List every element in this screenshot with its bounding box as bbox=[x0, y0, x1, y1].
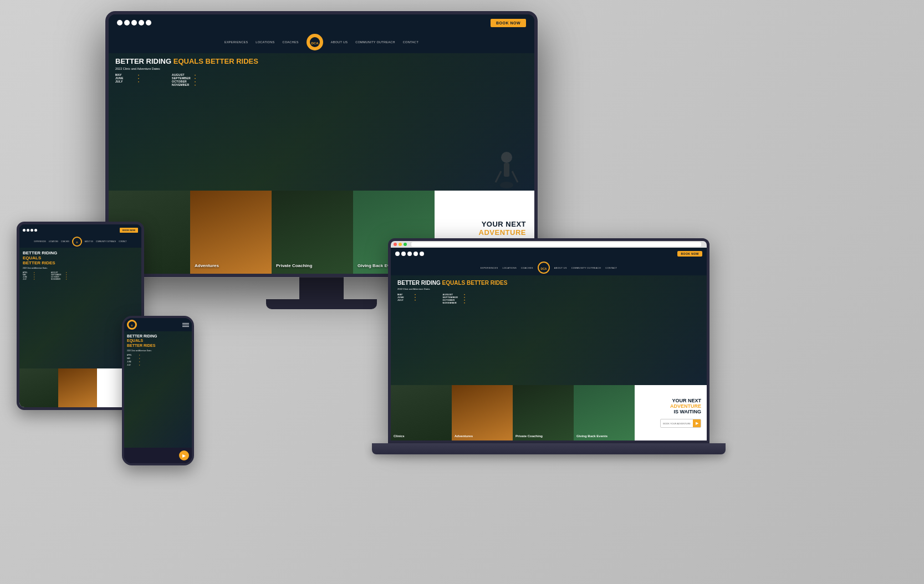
phone-bottom-bar: ▶ bbox=[124, 448, 192, 463]
tablet-card-clinics[interactable] bbox=[19, 368, 58, 407]
tablet-fb-icon[interactable] bbox=[23, 229, 25, 232]
tablet-nav-exp[interactable]: EXPERIENCES bbox=[34, 240, 46, 243]
laptop-date-grid: MAY ▾ JUNE ▾ JULY ▾ bbox=[397, 293, 486, 304]
laptop-close-btn[interactable] bbox=[394, 243, 397, 246]
aug-chevron[interactable]: ▾ bbox=[195, 74, 196, 76]
laptop-maximize-btn[interactable] bbox=[404, 243, 407, 246]
phone-device: D BETTER RIDING EQUALS BETTER RIDES bbox=[122, 316, 194, 465]
june-chevron[interactable]: ▾ bbox=[138, 77, 139, 80]
laptop-twitter-icon[interactable] bbox=[401, 252, 406, 256]
laptop-instagram-icon[interactable] bbox=[407, 252, 412, 256]
laptop-card-adventures[interactable]: Adventures bbox=[452, 385, 513, 440]
nav-coaches[interactable]: COACHES bbox=[282, 40, 298, 44]
laptop-hero-part1: BETTER RIDING bbox=[397, 280, 442, 286]
phone-cta-btn[interactable]: ▶ bbox=[179, 450, 189, 460]
laptop-book-now-button[interactable]: BOOK NOW bbox=[677, 251, 702, 257]
laptop-email-icon[interactable] bbox=[420, 252, 424, 256]
nav-locations[interactable]: LOCATIONS bbox=[256, 40, 274, 44]
laptop-book-adventure-btn[interactable]: ▶ bbox=[693, 419, 701, 427]
monitor-stand bbox=[266, 299, 377, 309]
laptop-book-adventure-label[interactable]: BOOK YOUR ADVENTURE bbox=[661, 421, 693, 426]
tablet-title-p1: BETTER RIDING bbox=[23, 250, 57, 255]
phone-hero-title: BETTER RIDING EQUALS BETTER RIDES bbox=[127, 334, 189, 348]
laptop-device: BOOK NOW EXPERIENCES LOCATIONS COACHES D… bbox=[388, 238, 709, 477]
laptop-minimize-btn[interactable] bbox=[399, 243, 402, 246]
nav-contact[interactable]: CONTACT bbox=[403, 40, 418, 44]
card-adventures[interactable]: Adventures bbox=[190, 191, 272, 274]
july-chevron[interactable]: ▾ bbox=[138, 80, 139, 83]
laptop-card-givingback[interactable]: Giving Back Events bbox=[574, 385, 635, 440]
laptop-nav-locations[interactable]: LOCATIONS bbox=[502, 267, 517, 269]
laptop-linkedin-icon[interactable] bbox=[413, 252, 418, 256]
tablet-nav-contact[interactable]: CONTACT bbox=[119, 240, 126, 243]
laptop-url-bar[interactable] bbox=[411, 242, 701, 247]
twitter-icon[interactable] bbox=[124, 20, 130, 25]
tablet-ig-icon[interactable] bbox=[30, 229, 33, 232]
tablet-nav-links: EXPERIENCES LOCATIONS COACHES D ABOUT US… bbox=[19, 235, 141, 248]
hero-title-equals: EQUALS bbox=[173, 57, 206, 65]
hamburger-line2 bbox=[182, 325, 189, 325]
tablet-social bbox=[23, 229, 37, 232]
oct-chevron[interactable]: ▾ bbox=[195, 80, 196, 83]
tablet-dates: APRIL ▾ MAY ▾ JUNE ▾ bbox=[23, 271, 78, 280]
hamburger-line3 bbox=[182, 326, 189, 327]
laptop-nav-contact[interactable]: CONTACT bbox=[605, 267, 617, 269]
card-coaching[interactable]: Private Coaching bbox=[272, 191, 353, 274]
svg-text:D: D bbox=[76, 241, 78, 244]
card-adventures-label: Adventures bbox=[195, 263, 219, 268]
monitor-book-now-button[interactable]: BOOK NOW bbox=[491, 19, 526, 27]
phone-title-equals: EQUALS bbox=[127, 339, 143, 342]
t-nov: NOVEMBER bbox=[51, 278, 65, 280]
phone-date-may: MAY ▾ bbox=[127, 357, 189, 360]
facebook-icon[interactable] bbox=[117, 20, 122, 25]
t-july: JULY bbox=[23, 278, 33, 280]
tablet-cards bbox=[19, 368, 97, 407]
phone-website: D BETTER RIDING EQUALS BETTER RIDES bbox=[124, 318, 192, 463]
svg-point-3 bbox=[501, 152, 512, 163]
nav-experiences[interactable]: EXPERIENCES bbox=[224, 40, 248, 44]
laptop-card-coaching[interactable]: Private Coaching bbox=[513, 385, 574, 440]
hero-title-part1: BETTER RIDING bbox=[115, 57, 173, 65]
nav-about[interactable]: ABOUT US bbox=[331, 40, 348, 44]
monitor-nav-links: EXPERIENCES LOCATIONS COACHES DCA ABOUT … bbox=[109, 31, 534, 53]
laptop-social bbox=[395, 252, 424, 256]
tablet-date-nov: NOVEMBER ▾ bbox=[51, 278, 78, 280]
nav-outreach[interactable]: COMMUNITY OUTREACH bbox=[355, 40, 395, 44]
laptop-nav-experiences[interactable]: EXPERIENCES bbox=[481, 267, 498, 269]
laptop-brand-logo: DCA bbox=[538, 262, 550, 274]
laptop-hero-equals: EQUALS bbox=[442, 280, 467, 286]
phone-hamburger[interactable] bbox=[182, 323, 189, 327]
nov-chevron[interactable]: ▾ bbox=[195, 84, 196, 86]
linkedin-icon[interactable] bbox=[139, 20, 144, 25]
tablet-nav-outreach[interactable]: COMMUNITY OUTREACH bbox=[96, 240, 116, 243]
email-icon[interactable] bbox=[146, 20, 151, 25]
laptop-nav-about[interactable]: ABOUT US bbox=[554, 267, 567, 269]
phone-date-june: JUNE ▾ bbox=[127, 361, 189, 363]
tablet-li-icon[interactable] bbox=[34, 229, 37, 232]
svg-line-5 bbox=[496, 171, 501, 182]
tablet-nav-coaches[interactable]: COACHES bbox=[61, 240, 69, 243]
phone-hero: BETTER RIDING EQUALS BETTER RIDES 2022 C… bbox=[124, 331, 192, 448]
laptop-coaching-label: Private Coaching bbox=[515, 434, 543, 438]
tablet-card-adventures[interactable] bbox=[58, 368, 97, 407]
tablet-nav-about[interactable]: ABOUT US bbox=[85, 240, 93, 243]
may-chevron[interactable]: ▾ bbox=[138, 74, 139, 76]
tablet-tw-icon[interactable] bbox=[27, 229, 29, 232]
phone-subtitle: 2022 Clinic and Adventure Dates: bbox=[127, 350, 189, 352]
laptop-facebook-icon[interactable] bbox=[395, 252, 400, 256]
laptop-browser-bar bbox=[391, 241, 707, 248]
monitor-nav-topbar: BOOK NOW bbox=[109, 14, 534, 31]
tablet-nav-loc[interactable]: LOCATIONS bbox=[49, 240, 58, 243]
laptop-book-adventure-bar: BOOK YOUR ADVENTURE ▶ bbox=[660, 419, 701, 428]
laptop-screen: BOOK NOW EXPERIENCES LOCATIONS COACHES D… bbox=[388, 238, 709, 443]
laptop-base bbox=[372, 443, 726, 454]
laptop-nav-outreach[interactable]: COMMUNITY OUTREACH bbox=[571, 267, 601, 269]
instagram-icon[interactable] bbox=[131, 20, 137, 25]
laptop-date-july: JULY ▾ bbox=[397, 299, 441, 301]
monitor-hero-title: BETTER RIDING EQUALS BETTER RIDES bbox=[115, 58, 528, 65]
laptop-nav-coaches[interactable]: COACHES bbox=[521, 267, 533, 269]
sept-chevron[interactable]: ▾ bbox=[195, 77, 196, 80]
svg-rect-4 bbox=[504, 163, 509, 177]
tablet-book-btn[interactable]: BOOK NOW bbox=[120, 228, 138, 233]
laptop-card-clinics[interactable]: Clinics bbox=[391, 385, 452, 440]
